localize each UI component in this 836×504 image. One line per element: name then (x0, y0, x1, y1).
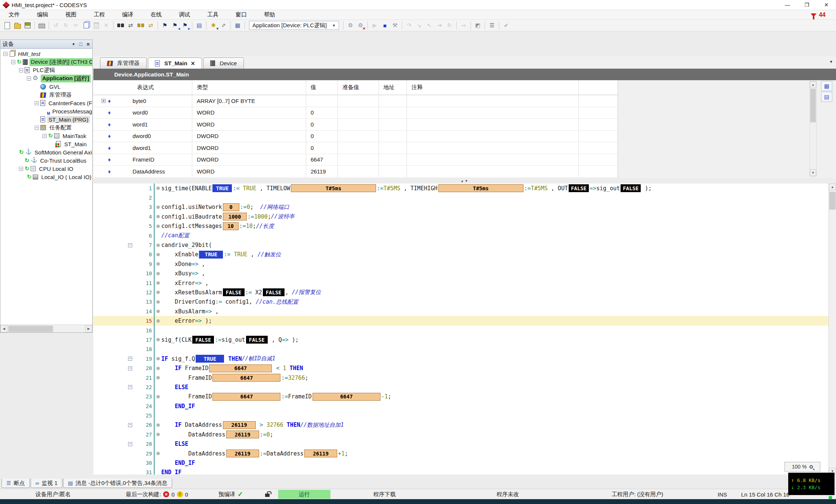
find-icon[interactable] (116, 21, 125, 30)
tree-item[interactable]: GVL (0, 82, 92, 91)
run-to-cursor-icon[interactable]: ⇥ (435, 21, 444, 30)
tree-item[interactable]: ProcessMessage (0, 107, 92, 115)
table-row[interactable]: dword1DWORD0 (133, 142, 618, 154)
monitor-value-box[interactable]: 0 (223, 203, 239, 211)
monitor-value-box[interactable]: TRUE (196, 355, 224, 363)
tree-item[interactable]: ↻Local_IO ( Local IO) (0, 173, 92, 181)
tab-库管理器[interactable]: 库管理器 (100, 57, 147, 69)
table-row[interactable]: FrameIDDWORD6647 (133, 154, 618, 166)
breakpoint-column[interactable] (155, 310, 161, 313)
breakpoint-column[interactable] (155, 357, 161, 360)
monitor-value-box[interactable]: T#5ms (291, 184, 376, 192)
prev-bookmark-icon[interactable]: ⚑◂ (170, 21, 180, 30)
tree-expander-icon[interactable]: − (19, 68, 23, 72)
redo-icon[interactable]: ↻ (61, 21, 71, 30)
reset-icon[interactable]: ↻ (445, 21, 454, 30)
step-into-icon[interactable]: ↘ (414, 21, 424, 30)
table-row[interactable]: word0WORD0 (133, 107, 618, 119)
tree-item[interactable]: −↻MainTask (0, 132, 92, 140)
prepared-value-cell[interactable] (338, 166, 379, 177)
expand-icon[interactable]: + (102, 99, 106, 103)
tree-expander-icon[interactable]: − (27, 76, 31, 81)
prepared-value-cell[interactable] (338, 142, 379, 154)
delete-icon[interactable]: ✕ (102, 21, 111, 30)
tree-expander-icon[interactable]: − (43, 134, 47, 138)
monitor-value-box[interactable]: FALSE (246, 336, 268, 344)
menu-item-文件[interactable]: 文件 (0, 10, 28, 19)
monitor-value-box[interactable]: FALSE (263, 288, 285, 296)
monitor-value-box[interactable]: FALSE (621, 184, 641, 192)
menu-item-调试[interactable]: 调试 (170, 10, 199, 19)
single-cycle-icon[interactable]: ⇒ (459, 21, 468, 30)
monitor-value-box[interactable]: FALSE (569, 184, 589, 192)
filter-funnel-icon[interactable] (811, 13, 817, 17)
menu-item-工具[interactable]: 工具 (199, 10, 227, 19)
tree-item[interactable]: −PLC逻辑 (0, 66, 92, 74)
close-button[interactable]: ✕ (817, 0, 836, 10)
monitor-value-box[interactable]: 1000 (223, 213, 247, 220)
find-objects-icon[interactable] (136, 21, 145, 30)
breakpoint-column[interactable] (155, 395, 161, 398)
monitor-value-box[interactable]: FALSE (223, 288, 245, 296)
fold-collapse-icon[interactable]: − (128, 385, 132, 389)
tab-ST_Main[interactable]: ST_Main✕ (148, 57, 202, 69)
bookmark-icon[interactable]: ⚑ (160, 21, 170, 30)
breakpoint-column[interactable] (155, 262, 161, 266)
fold-collapse-icon[interactable]: − (128, 243, 132, 247)
breakpoint-column[interactable] (155, 225, 161, 228)
breakpoint-column[interactable] (155, 376, 161, 379)
device-tree-hscrollbar[interactable]: ◀ ▶ (0, 325, 92, 332)
declaration-view-button[interactable]: ▦ (821, 81, 832, 91)
menu-item-视图[interactable]: 视图 (57, 10, 85, 19)
tree-expander-icon[interactable]: − (19, 167, 23, 171)
breakpoint-column[interactable] (155, 319, 161, 323)
display-mode-icon[interactable]: ◩ (473, 21, 482, 30)
tree-item[interactable]: ↻Co-Trust LocalBus (0, 156, 92, 165)
monitor-value-box[interactable]: 26119 (226, 431, 259, 438)
clipboard-list-icon[interactable]: ▤ (195, 21, 204, 30)
tree-expander-icon[interactable]: − (35, 101, 39, 105)
table-row[interactable]: word1WORD0 (133, 119, 618, 131)
next-bookmark-icon[interactable]: ⚑▸ (180, 21, 190, 30)
breakpoint-column[interactable] (155, 187, 161, 190)
replace-icon[interactable]: ⇄ (126, 21, 135, 30)
table-row[interactable]: byte0ARRAY [0..7] OF BYTE (133, 95, 618, 107)
breakpoint-column[interactable] (155, 206, 161, 209)
breakpoint-column[interactable] (155, 244, 161, 247)
st-code-editor[interactable]: 1sig_time(ENABLETRUE:= TRUE , TIMELOWT#5… (93, 184, 829, 475)
breakpoint-column[interactable] (155, 452, 161, 455)
breakpoint-column[interactable] (155, 423, 161, 427)
copy-icon[interactable] (81, 21, 91, 30)
table-row[interactable]: dword0DWORD0 (133, 131, 618, 143)
menu-item-编辑[interactable]: 编辑 (28, 10, 57, 19)
monitor-value-box[interactable]: 26119 (223, 421, 256, 429)
menu-item-在线[interactable]: 在线 (142, 10, 170, 19)
monitor-value-box[interactable]: 6647 (212, 374, 280, 382)
tab-Device[interactable]: Device (203, 57, 244, 69)
breakpoint-column[interactable] (155, 367, 161, 370)
fold-collapse-icon[interactable]: − (128, 366, 132, 370)
replace-objects-icon[interactable]: ⇄ (146, 21, 155, 30)
fold-collapse-icon[interactable]: − (128, 423, 132, 427)
fold-collapse-icon[interactable]: − (128, 442, 132, 446)
new-object-icon[interactable]: ✱▾ (209, 21, 218, 30)
scroll-right-icon[interactable]: ▶ (85, 325, 92, 332)
breakpoint-column[interactable] (155, 291, 161, 294)
scrollbar-thumb[interactable] (8, 326, 53, 332)
login-icon[interactable]: ⚙ (346, 21, 355, 30)
minimize-button[interactable]: — (778, 0, 797, 10)
step-over-icon[interactable]: ↷ (404, 21, 414, 30)
menu-item-窗口[interactable]: 窗口 (227, 10, 255, 19)
print-icon[interactable] (37, 21, 46, 30)
tab-overflow-icon[interactable]: ▼ (829, 60, 833, 64)
editor-zoom-control[interactable]: 100 % (784, 462, 820, 472)
tree-item[interactable]: ↻SoftMotion General Axis Poo (0, 148, 92, 156)
bottom-tab-breakpoints[interactable]: ☰断点 (1, 479, 30, 488)
tree-expander-icon[interactable]: − (35, 126, 39, 130)
prepared-value-cell[interactable] (338, 107, 379, 119)
tree-expander-icon[interactable]: − (3, 52, 7, 56)
monitor-value-box[interactable]: 10 (223, 222, 239, 230)
monitor-value-box[interactable]: TRUE (212, 184, 232, 192)
monitor-value-box[interactable]: FALSE (192, 336, 214, 344)
tree-expander-icon[interactable]: − (11, 60, 15, 64)
